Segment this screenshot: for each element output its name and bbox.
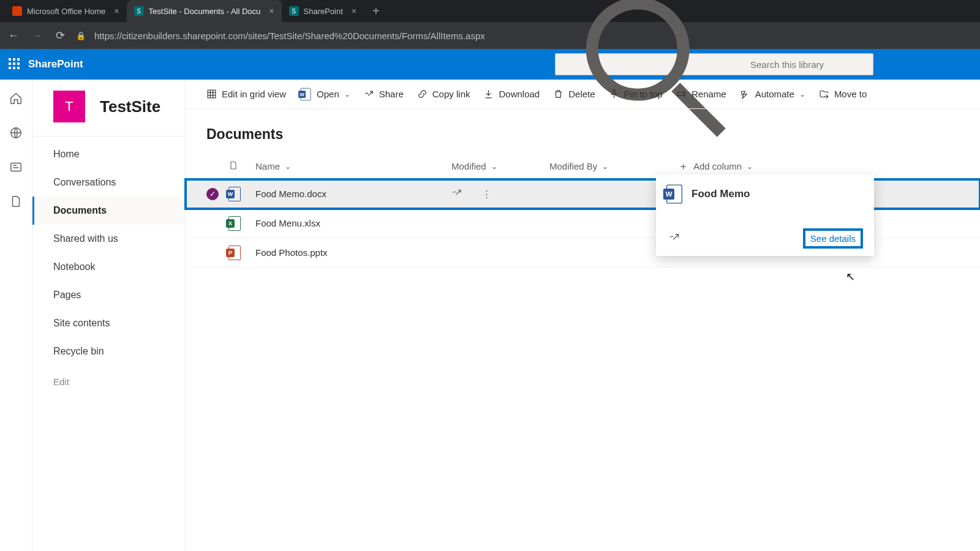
back-button[interactable]: ← — [6, 29, 21, 42]
cmd-label: Download — [499, 89, 540, 99]
chevron-down-icon: ⌄ — [344, 90, 350, 99]
browser-tab[interactable]: Microsoft Office Home × — [5, 0, 127, 22]
flow-icon — [740, 89, 750, 99]
col-name[interactable]: Name⌄ — [255, 161, 451, 171]
site-name[interactable]: TestSite — [100, 97, 160, 116]
chevron-down-icon: ⌄ — [602, 162, 608, 171]
office-icon — [12, 6, 22, 16]
hover-card-title: Food Memo — [692, 188, 750, 200]
globe-icon[interactable] — [9, 126, 23, 140]
cmd-share[interactable]: Share — [364, 89, 404, 99]
search-input[interactable] — [750, 59, 867, 70]
file-name[interactable]: Food Menu.xlsx — [255, 218, 451, 228]
cmd-move-to[interactable]: Move to — [819, 89, 867, 99]
nav-home[interactable]: Home — [32, 140, 185, 168]
tab-title: SharePoint — [304, 7, 343, 16]
nav-recycle-bin[interactable]: Recycle bin — [32, 337, 185, 365]
tab-title: Microsoft Office Home — [27, 7, 105, 16]
cmd-copy-link[interactable]: Copy link — [417, 89, 470, 99]
cmd-delete[interactable]: Delete — [553, 89, 595, 99]
nav-pages[interactable]: Pages — [32, 281, 185, 309]
rename-icon — [676, 89, 687, 99]
sharepoint-icon: S — [134, 6, 144, 16]
download-icon — [483, 89, 494, 99]
app-name[interactable]: SharePoint — [28, 58, 83, 70]
news-icon[interactable] — [9, 160, 23, 174]
site-logo[interactable]: T — [53, 91, 85, 122]
nav-notebook[interactable]: Notebook — [32, 253, 185, 281]
site-sidebar: T TestSite Home Conversations Documents … — [32, 80, 186, 551]
files-icon[interactable] — [9, 195, 23, 208]
forward-button[interactable]: → — [29, 29, 44, 42]
chevron-down-icon: ⌄ — [285, 162, 291, 171]
move-icon — [819, 89, 829, 99]
file-hover-card: Food Memo See details — [656, 174, 874, 256]
cmd-label: Share — [379, 89, 404, 99]
share-icon — [364, 89, 374, 99]
see-details-link[interactable]: See details — [804, 230, 862, 247]
close-icon[interactable]: × — [114, 6, 119, 16]
app-rail — [0, 80, 32, 551]
word-icon — [666, 184, 682, 203]
cmd-label: Open — [317, 89, 339, 99]
suite-header: SharePoint — [0, 49, 980, 80]
reload-button[interactable]: ⟳ — [53, 29, 67, 42]
svg-rect-11 — [677, 92, 684, 96]
col-modified-by[interactable]: Modified By⌄ — [549, 161, 678, 171]
cmd-automate[interactable]: Automate ⌄ — [740, 89, 805, 99]
main-pane: Edit in grid view Open ⌄ Share Copy link… — [186, 80, 980, 551]
cmd-label: Automate — [755, 89, 794, 99]
cmd-label: Edit in grid view — [222, 89, 286, 99]
cursor-icon: ↖ — [846, 270, 855, 283]
browser-tabstrip: Microsoft Office Home × S TestSite - Doc… — [0, 0, 980, 22]
cmd-rename[interactable]: Rename — [676, 89, 726, 99]
link-icon — [417, 89, 428, 99]
file-name[interactable]: Food Photos.pptx — [255, 247, 451, 258]
close-icon[interactable]: × — [352, 6, 356, 16]
nav-edit-link[interactable]: Edit — [32, 365, 185, 387]
chevron-down-icon: ⌄ — [799, 90, 805, 99]
nav-conversations[interactable]: Conversations — [32, 168, 185, 197]
col-modified[interactable]: Modified⌄ — [451, 161, 549, 171]
nav-site-contents[interactable]: Site contents — [32, 309, 185, 337]
plus-icon: ＋ — [678, 159, 688, 173]
sharepoint-icon: S — [289, 6, 299, 16]
trash-icon — [553, 89, 564, 99]
new-tab-button[interactable]: + — [364, 4, 388, 18]
cmd-open[interactable]: Open ⌄ — [300, 87, 350, 102]
library-title: Documents — [186, 109, 980, 154]
lock-icon: 🔒 — [76, 31, 86, 40]
cmd-label: Copy link — [432, 89, 470, 99]
browser-tab[interactable]: S TestSite - Documents - All Docu × — [127, 0, 282, 22]
home-icon[interactable] — [9, 92, 23, 105]
nav-documents[interactable]: Documents — [32, 197, 185, 225]
excel-icon — [228, 216, 241, 231]
chevron-down-icon: ⌄ — [491, 162, 497, 171]
more-actions-icon[interactable]: ⋮ — [482, 189, 513, 200]
chevron-down-icon: ⌄ — [747, 162, 753, 171]
cmd-label: Rename — [692, 89, 726, 99]
cmd-label: Move to — [834, 89, 867, 99]
share-icon[interactable] — [668, 231, 680, 246]
search-box[interactable] — [555, 53, 873, 75]
nav-shared-with-us[interactable]: Shared with us — [32, 225, 185, 253]
cmd-pin[interactable]: Pin to top — [609, 89, 663, 99]
word-icon — [228, 187, 241, 201]
filetype-column-icon[interactable] — [228, 160, 255, 173]
grid-icon — [206, 89, 217, 99]
cmd-edit-grid[interactable]: Edit in grid view — [206, 89, 286, 99]
browser-tab[interactable]: S SharePoint × — [282, 0, 364, 22]
browser-toolbar: ← → ⟳ 🔒 https://citizenbuilders.sharepoi… — [0, 22, 980, 49]
svg-rect-6 — [208, 90, 216, 98]
tab-title: TestSite - Documents - All Docu — [149, 7, 261, 16]
address-bar[interactable]: https://citizenbuilders.sharepoint.com/s… — [94, 31, 485, 41]
cmd-download[interactable]: Download — [483, 89, 540, 99]
col-add[interactable]: ＋Add column⌄ — [678, 159, 801, 173]
share-icon[interactable] — [451, 187, 482, 200]
row-select-checkbox[interactable]: ✓ — [206, 188, 219, 200]
cmd-label: Pin to top — [624, 89, 663, 99]
pin-icon — [609, 89, 619, 99]
close-icon[interactable]: × — [269, 6, 274, 16]
file-name[interactable]: Food Memo.docx — [255, 189, 451, 199]
app-launcher-icon[interactable] — [9, 58, 21, 70]
